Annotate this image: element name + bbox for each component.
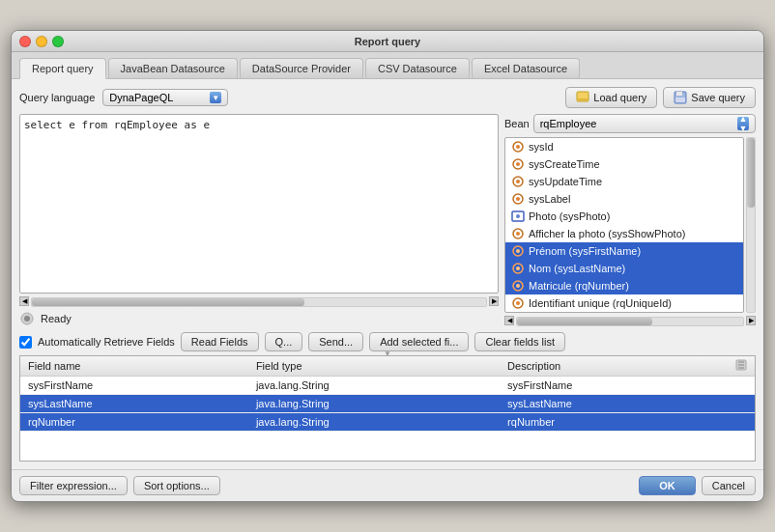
svg-point-14 bbox=[516, 197, 520, 201]
tab-report-query[interactable]: Report query bbox=[19, 58, 106, 79]
save-icon bbox=[674, 91, 687, 104]
query-textarea[interactable]: select e from rqEmployee as e bbox=[19, 114, 499, 294]
fields-scroll-right[interactable]: ▶ bbox=[746, 316, 756, 325]
ok-cancel-buttons: OK Cancel bbox=[639, 476, 756, 495]
field-icon-sysLabel bbox=[511, 192, 525, 206]
fields-h-scrollbar[interactable] bbox=[516, 317, 744, 326]
col-extra bbox=[728, 356, 755, 377]
field-item-sysLastName[interactable]: Nom (sysLastName) bbox=[505, 260, 743, 277]
bean-fields-panel: Bean rqEmployee ▲▼ sysId bbox=[504, 114, 756, 326]
fields-table-area: Field name Field type Description bbox=[19, 355, 756, 462]
field-icon-sysUpdateTime bbox=[511, 175, 525, 188]
svg-rect-3 bbox=[676, 92, 682, 96]
minimize-button[interactable] bbox=[36, 36, 47, 47]
query-editor-panel: select e from rqEmployee as e ◀ ▶ Ready bbox=[19, 114, 499, 326]
vertical-scrollbar[interactable] bbox=[746, 137, 756, 313]
horizontal-scrollbar[interactable] bbox=[31, 297, 487, 307]
title-bar: Report query bbox=[12, 31, 763, 52]
filter-expression-button[interactable]: Filter expression... bbox=[19, 476, 128, 495]
svg-rect-1 bbox=[577, 98, 588, 101]
table-header: Field name Field type Description bbox=[20, 356, 755, 377]
main-window: Report query Report query JavaBean Datas… bbox=[11, 30, 764, 502]
svg-point-10 bbox=[516, 162, 520, 166]
sort-options-button[interactable]: Sort options... bbox=[133, 476, 220, 495]
fields-table: Field name Field type Description bbox=[20, 356, 755, 432]
field-item-sysUpdateTime[interactable]: sysUpdateTime bbox=[505, 173, 743, 190]
field-icon-sysId bbox=[511, 140, 525, 154]
tabs-bar: Report query JavaBean Datasource DataSou… bbox=[12, 52, 763, 79]
load-query-button[interactable]: Load query bbox=[565, 87, 657, 108]
svg-point-20 bbox=[516, 249, 520, 253]
query-language-select[interactable]: DynaPageQL ▼ bbox=[102, 89, 228, 106]
col-field-type: Field type bbox=[248, 356, 500, 377]
field-item-sysLabel[interactable]: sysLabel bbox=[505, 190, 743, 208]
horizontal-scrollbar-row: ◀ ▶ bbox=[19, 295, 499, 307]
field-icon-rqUniqueId bbox=[511, 296, 525, 310]
save-query-button[interactable]: Save query bbox=[663, 87, 756, 108]
svg-point-24 bbox=[516, 284, 520, 288]
svg-point-8 bbox=[516, 145, 520, 149]
svg-point-6 bbox=[24, 316, 30, 322]
bean-dropdown-icon: ▲▼ bbox=[737, 117, 749, 130]
scroll-left-arrow[interactable]: ◀ bbox=[19, 296, 29, 306]
bean-label: Bean bbox=[504, 118, 530, 129]
field-item-sysFirstName[interactable]: Prénom (sysFirstName) bbox=[505, 242, 743, 260]
status-text: Ready bbox=[41, 313, 72, 324]
bean-select[interactable]: rqEmployee ▲▼ bbox=[533, 114, 756, 133]
tab-csv[interactable]: CSV Datasource bbox=[365, 58, 470, 78]
field-item-rqUniqueId[interactable]: Identifiant unique (rqUniqueId) bbox=[505, 294, 743, 312]
col-field-name: Field name bbox=[20, 356, 248, 377]
table-row[interactable]: rqNumber java.lang.String rqNumber bbox=[20, 413, 755, 432]
svg-point-18 bbox=[516, 232, 520, 236]
table-row[interactable]: sysFirstName java.lang.String sysFirstNa… bbox=[20, 377, 755, 395]
field-item-sysId[interactable]: sysId bbox=[505, 138, 743, 155]
read-fields-button[interactable]: Read Fields bbox=[181, 332, 259, 351]
send-button[interactable]: Send... bbox=[308, 332, 363, 351]
q-button[interactable]: Q... bbox=[265, 332, 303, 351]
field-icon-sysCreateTime bbox=[511, 157, 525, 171]
status-row: Ready bbox=[19, 311, 499, 326]
fields-scroll-left[interactable]: ◀ bbox=[504, 316, 514, 325]
fields-list: sysId sysCreateTime sysUpdateTime s bbox=[504, 137, 744, 313]
table-row[interactable]: sysLastName java.lang.String sysLastName bbox=[20, 395, 755, 413]
field-icon-sysFirstName bbox=[511, 244, 525, 258]
query-language-row: Query language DynaPageQL ▼ Load query bbox=[19, 87, 756, 108]
ok-button[interactable]: OK bbox=[639, 476, 696, 495]
field-icon-sysShowPhoto bbox=[511, 227, 525, 240]
fields-h-scrollbar-row: ◀ ▶ bbox=[504, 315, 756, 326]
tab-javabean[interactable]: JavaBean Datasource bbox=[108, 58, 238, 78]
field-icon-photo bbox=[511, 210, 525, 223]
col-description: Description bbox=[500, 356, 728, 377]
table-settings-icon bbox=[735, 359, 747, 371]
table-body: sysFirstName java.lang.String sysFirstNa… bbox=[20, 377, 755, 432]
main-content: Query language DynaPageQL ▼ Load query bbox=[12, 79, 763, 469]
field-item-rqNumber[interactable]: Matricule (rqNumber) bbox=[505, 277, 743, 294]
svg-point-16 bbox=[516, 214, 520, 218]
auto-retrieve-checkbox[interactable] bbox=[19, 336, 32, 349]
load-icon bbox=[576, 91, 589, 104]
svg-point-22 bbox=[516, 266, 520, 270]
load-save-buttons: Load query Save query bbox=[565, 87, 756, 108]
status-icon bbox=[19, 311, 35, 326]
scrollbar-thumb bbox=[32, 298, 304, 306]
cancel-button[interactable]: Cancel bbox=[702, 476, 756, 495]
fields-scrollbar-thumb bbox=[517, 318, 652, 325]
v-scrollbar-thumb bbox=[747, 138, 755, 208]
clear-fields-button[interactable]: Clear fields list bbox=[474, 332, 565, 351]
close-button[interactable] bbox=[19, 36, 31, 47]
scroll-right-arrow[interactable]: ▶ bbox=[489, 296, 499, 306]
window-controls bbox=[19, 36, 64, 47]
field-item-sysShowPhoto[interactable]: Afficher la photo (sysShowPhoto) bbox=[505, 225, 743, 242]
auto-retrieve-label: Automatically Retrieve Fields bbox=[38, 336, 175, 348]
query-language-dropdown-icon: ▼ bbox=[210, 92, 221, 103]
tab-excel[interactable]: Excel Datasource bbox=[472, 58, 580, 78]
field-item-photo[interactable]: Photo (sysPhoto) bbox=[505, 208, 743, 225]
window-title: Report query bbox=[355, 36, 420, 47]
tab-datasource-provider[interactable]: DataSource Provider bbox=[240, 58, 363, 78]
maximize-button[interactable] bbox=[52, 36, 64, 47]
svg-point-26 bbox=[516, 301, 520, 305]
field-item-sysCreateTime[interactable]: sysCreateTime bbox=[505, 155, 743, 173]
main-editor-row: select e from rqEmployee as e ◀ ▶ Ready bbox=[19, 114, 756, 326]
field-icon-rqNumber bbox=[511, 279, 525, 293]
bottom-bar: Filter expression... Sort options... OK … bbox=[12, 469, 763, 501]
